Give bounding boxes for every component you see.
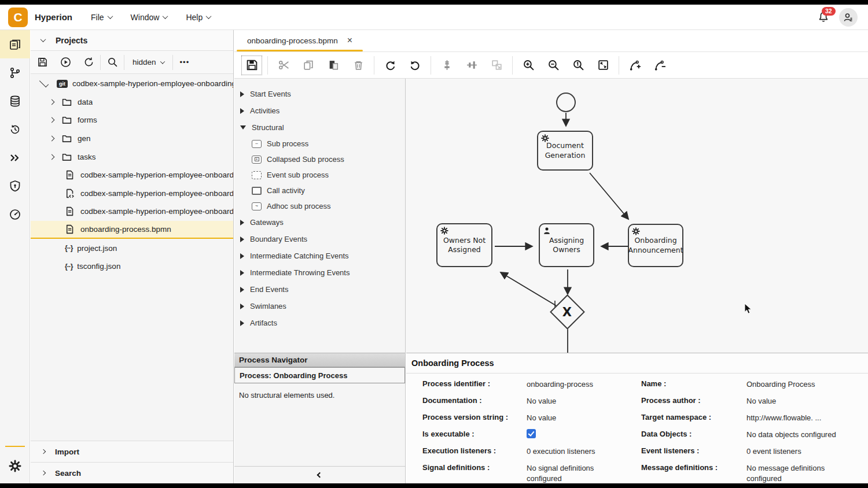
palette-group-intermediate-throwing[interactable]: Intermediate Throwing Events <box>234 264 405 281</box>
bpmn-canvas[interactable]: Document Generation Owners Not Assigned … <box>406 79 868 353</box>
chevron-right-icon[interactable] <box>49 117 55 123</box>
search-button[interactable] <box>101 51 124 74</box>
palette-group-structural[interactable]: Structural <box>234 119 405 136</box>
cut-button[interactable] <box>272 54 295 76</box>
paste-button[interactable] <box>322 54 345 76</box>
tree-folder-forms[interactable]: forms <box>31 111 233 130</box>
palette-group-boundary-events[interactable]: Boundary Events <box>234 231 405 247</box>
folder-icon <box>62 97 72 107</box>
tree-folder-gen[interactable]: gen <box>31 130 233 148</box>
bpmn-task-assigning-owners[interactable]: Assigning Owners <box>539 223 594 267</box>
property-value[interactable]: onboarding-process <box>527 375 625 390</box>
activity-settings[interactable] <box>0 452 30 480</box>
bottom-accordions: Import Search <box>31 441 233 483</box>
zoom-actual-button[interactable] <box>567 54 590 76</box>
palette-group-gateways[interactable]: Gateways <box>234 214 405 231</box>
menu-help[interactable]: Help <box>186 13 211 22</box>
notifications-button[interactable]: 32 <box>817 11 830 24</box>
hidden-files-dropdown[interactable]: hidden <box>124 58 172 66</box>
save-all-button[interactable] <box>31 51 54 74</box>
activity-database[interactable] <box>0 87 30 115</box>
accordion-import[interactable]: Import <box>31 441 233 462</box>
palette-group-start-events[interactable]: Start Events <box>234 86 405 102</box>
tree-file-row[interactable]: project.json <box>31 239 233 257</box>
chevron-right-icon[interactable] <box>49 99 55 105</box>
is-executable-checkbox[interactable] <box>527 429 536 438</box>
palette-group-end-events[interactable]: End Events <box>234 281 405 298</box>
property-value[interactable]: No value <box>527 409 625 423</box>
chevron-right-icon[interactable] <box>49 136 55 142</box>
palette-item-sub-process[interactable]: −Sub process <box>234 136 405 151</box>
tree-file-row[interactable]: codbex-sample-hyperion-employee-onboardi <box>31 202 233 221</box>
bpmn-start-event[interactable] <box>556 93 576 112</box>
tree-file-row[interactable]: codbex-sample-hyperion-employee-onboardi <box>31 184 233 203</box>
palette-item-call-activity[interactable]: Call activity <box>234 183 405 198</box>
property-value[interactable]: 0 event listeners <box>746 442 845 457</box>
property-value[interactable]: Onboarding Process <box>746 375 845 390</box>
menu-window[interactable]: Window <box>131 13 168 22</box>
chevron-down-icon <box>107 13 113 19</box>
property-row: Documentation :No value <box>422 392 625 409</box>
user-avatar-button[interactable] <box>839 8 858 27</box>
accordion-search[interactable]: Search <box>31 462 233 483</box>
property-value[interactable]: No data objects configured <box>746 426 845 440</box>
same-size-button[interactable] <box>485 54 508 76</box>
refresh-button[interactable] <box>77 51 100 74</box>
activity-git[interactable] <box>0 58 30 87</box>
align-vertical-button[interactable] <box>460 54 483 76</box>
palette-item-event-sub-process[interactable]: Event sub process <box>234 167 405 183</box>
tree-folder-data[interactable]: data <box>31 93 233 112</box>
activity-history[interactable] <box>0 115 30 143</box>
tab-close-icon[interactable]: × <box>347 36 352 45</box>
activity-processes[interactable] <box>0 143 30 172</box>
tree-file-row-selected[interactable]: onboarding-process.bpmn <box>31 221 233 239</box>
process-navigator-process[interactable]: Process: Onboarding Process <box>234 367 405 383</box>
palette-item-collapsed-sub-process[interactable]: +Collapsed Sub process <box>234 151 405 167</box>
remove-bendpoint-button[interactable] <box>648 54 671 76</box>
property-value[interactable]: No value <box>527 392 625 406</box>
palette-collapse-button[interactable] <box>234 466 405 483</box>
tree-file-row[interactable]: codbex-sample-hyperion-employee-onboardi <box>31 166 233 184</box>
tab-onboarding-process[interactable]: onboarding-process.bpmn × <box>234 29 363 51</box>
property-value[interactable]: 0 execution listeners <box>527 442 625 457</box>
publish-button[interactable] <box>54 51 77 74</box>
property-value[interactable]: No message definitions configured <box>746 459 845 483</box>
tree-file-row[interactable]: tsconfig.json <box>31 257 233 276</box>
activity-dashboard[interactable] <box>0 200 30 228</box>
copy-button[interactable] <box>297 54 320 76</box>
zoom-out-icon <box>547 59 560 71</box>
property-value[interactable]: No value <box>746 392 845 406</box>
tree-folder-tasks[interactable]: tasks <box>31 147 233 166</box>
add-bendpoint-button[interactable] <box>623 54 646 76</box>
bpmn-toolbar <box>234 52 868 79</box>
palette-group-activities[interactable]: Activities <box>234 102 405 119</box>
chevron-down-icon[interactable] <box>39 78 49 87</box>
bpmn-save-button[interactable] <box>240 54 263 76</box>
notification-badge: 32 <box>822 7 836 16</box>
chevron-down-icon <box>160 59 164 64</box>
undo-button[interactable] <box>403 54 426 76</box>
activity-security[interactable] <box>0 172 30 200</box>
activity-explorer[interactable] <box>0 30 30 58</box>
zoom-fit-button[interactable] <box>591 54 615 76</box>
projects-header[interactable]: Projects <box>31 30 233 51</box>
chevron-right-icon[interactable] <box>49 154 55 160</box>
redo-button[interactable] <box>378 54 402 76</box>
bpmn-task-owners-not-assigned[interactable]: Owners Not Assigned <box>436 223 492 267</box>
menu-file[interactable]: File <box>91 13 112 22</box>
zoom-in-button[interactable] <box>517 54 540 76</box>
copy-icon <box>303 59 315 71</box>
zoom-out-button[interactable] <box>542 54 565 76</box>
palette-group-artifacts[interactable]: Artifacts <box>234 315 405 331</box>
delete-button[interactable] <box>347 54 370 76</box>
tree-root-row[interactable]: git codbex-sample-hyperion-employee-onbo… <box>31 75 233 93</box>
bpmn-task-document-generation[interactable]: Document Generation <box>537 131 593 171</box>
property-value[interactable]: No signal definitions configured <box>527 459 625 483</box>
more-actions-button[interactable]: ••• <box>173 58 197 66</box>
property-value[interactable]: http://www.flowable. ... <box>746 409 845 423</box>
palette-item-adhoc-sub-process[interactable]: ~Adhoc sub process <box>234 198 405 214</box>
palette-group-swimlanes[interactable]: Swimlanes <box>234 298 405 315</box>
align-horizontal-button[interactable] <box>435 54 458 76</box>
bpmn-task-onboarding-announcement[interactable]: Onboarding Announcement <box>628 224 683 267</box>
palette-group-intermediate-catching[interactable]: Intermediate Catching Events <box>234 247 405 264</box>
